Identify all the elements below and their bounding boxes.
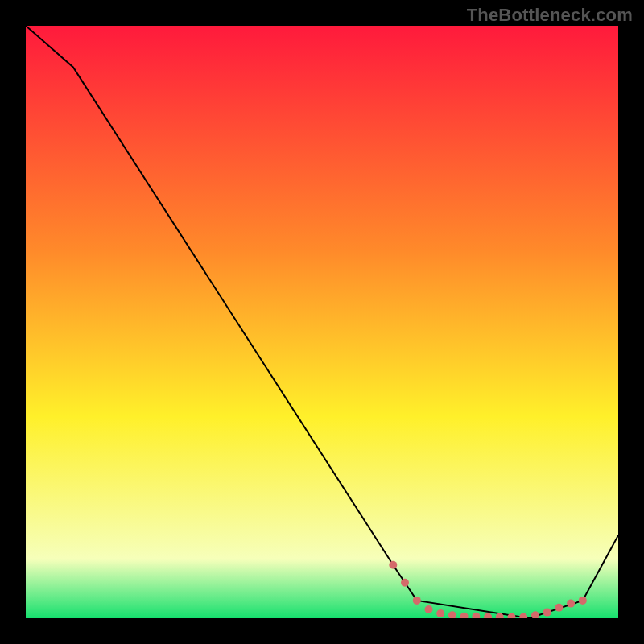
marker-dot	[543, 609, 551, 617]
marker-dot	[436, 609, 444, 617]
chart-frame: TheBottleneck.com	[0, 0, 644, 644]
marker-dot	[401, 579, 409, 587]
plot-area	[26, 26, 618, 618]
marker-dot	[579, 597, 587, 605]
marker-dot	[555, 604, 563, 612]
watermark-text: TheBottleneck.com	[467, 5, 633, 26]
marker-dot	[567, 600, 575, 608]
chart-svg	[26, 26, 618, 618]
marker-dot	[425, 605, 433, 613]
gradient-bg	[26, 26, 618, 618]
marker-dot	[413, 597, 421, 605]
marker-dot	[389, 561, 397, 569]
